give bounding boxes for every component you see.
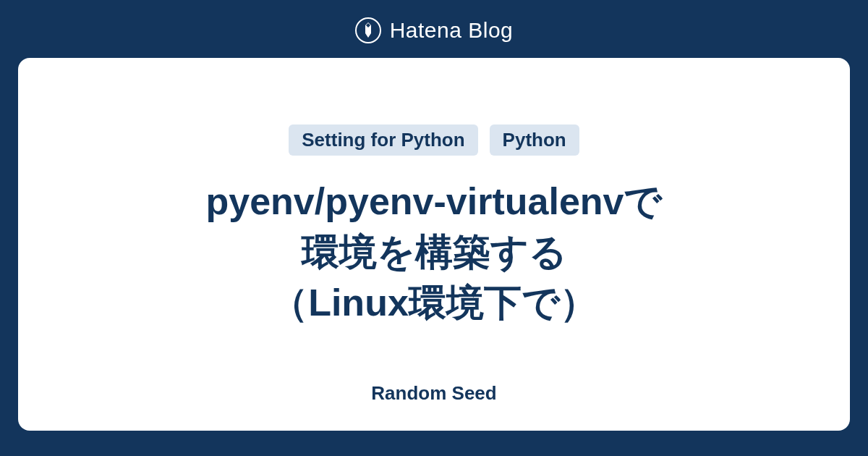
blog-name[interactable]: Random Seed	[371, 382, 496, 405]
title-line: pyenv/pyenv-virtualenvで	[206, 180, 663, 222]
hatena-logo-icon	[355, 17, 381, 43]
article-card: Setting for Python Python pyenv/pyenv-vi…	[18, 58, 850, 431]
tag-list: Setting for Python Python	[289, 124, 579, 156]
article-title: pyenv/pyenv-virtualenvで 環境を構築する （Linux環境…	[206, 176, 663, 329]
site-header: Hatena Blog	[355, 0, 514, 58]
title-line: （Linux環境下で）	[271, 282, 597, 324]
tag-item[interactable]: Setting for Python	[289, 124, 477, 156]
title-line: 環境を構築する	[302, 231, 567, 273]
tag-item[interactable]: Python	[490, 124, 579, 156]
site-logo-text: Hatena Blog	[390, 18, 514, 43]
